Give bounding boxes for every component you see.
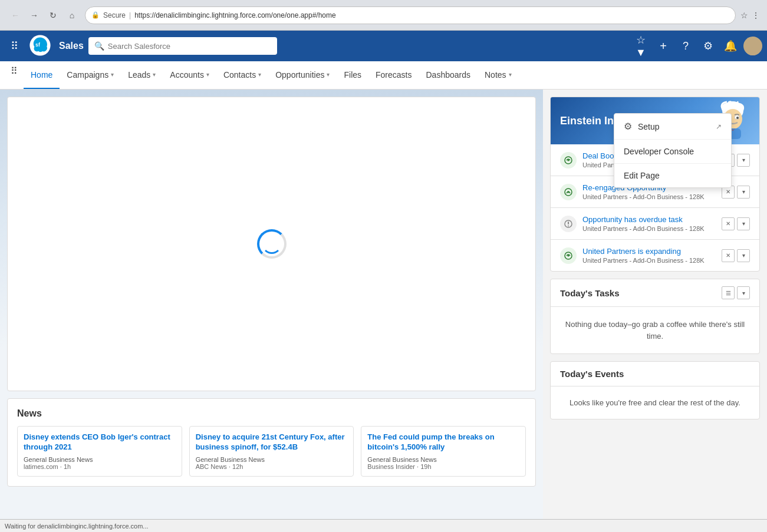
insight-dismiss-2[interactable]: ✕ (722, 217, 735, 230)
favorites-button[interactable]: ☆ ▼ (631, 37, 650, 55)
external-link-icon: ↗ (716, 123, 722, 131)
setup-label: Setup (638, 122, 660, 131)
browser-chrome: ← → ↻ ⌂ 🔒 Secure | https://denaliclimbin… (0, 0, 767, 31)
tasks-filter-button[interactable]: ☰ (722, 286, 735, 299)
nav-item-dashboards[interactable]: Dashboards (419, 61, 478, 89)
notifications-button[interactable]: 🔔 (721, 37, 740, 55)
sf-app: ⠿ sf Sales 🔍 ☆ ▼ + ? ⚙ 🔔 ⠿ Home (0, 31, 767, 532)
svg-rect-17 (568, 225, 569, 226)
news-grid: Disney extends CEO Bob Iger's contract t… (17, 426, 526, 477)
nav-forecasts-label: Forecasts (376, 70, 412, 80)
news-section: News Disney extends CEO Bob Iger's contr… (7, 398, 536, 487)
news-card-2[interactable]: The Fed could pump the breaks on bitcoin… (361, 426, 526, 477)
help-button[interactable]: ? (676, 37, 695, 55)
home-button[interactable]: ⌂ (64, 7, 80, 24)
svg-point-2 (749, 39, 757, 48)
svg-point-9 (736, 117, 739, 119)
add-button[interactable]: + (654, 37, 673, 55)
refresh-button[interactable]: ↻ (45, 7, 61, 24)
sf-logo: sf (28, 34, 52, 59)
nav-notes-label: Notes (485, 70, 506, 80)
events-title: Today's Events (560, 369, 750, 379)
insight-more-0[interactable]: ▾ (737, 154, 750, 167)
insight-icon-0 (560, 152, 577, 168)
url-separator: | (129, 11, 131, 19)
tasks-header: Today's Tasks ☰ ▾ (551, 279, 759, 307)
nav-item-campaigns[interactable]: Campaigns ▾ (60, 61, 121, 89)
insight-sub-1: United Partners - Add-On Business - 128K (582, 193, 716, 200)
gear-menu-setup[interactable]: ⚙ Setup ↗ (614, 114, 731, 140)
apps-grid-button[interactable]: ⠿ (5, 37, 24, 55)
insight-dismiss-3[interactable]: ✕ (722, 249, 735, 262)
gear-menu-developer-console[interactable]: Developer Console (614, 140, 731, 164)
nav-campaigns-label: Campaigns (67, 70, 108, 80)
events-card: Today's Events Looks like you're free an… (550, 361, 760, 419)
news-headline-0: Disney extends CEO Bob Iger's contract t… (24, 432, 176, 452)
news-source-2: General Business News (367, 456, 519, 463)
nav-apps-button[interactable]: ⠿ (5, 61, 24, 80)
insight-item-2: Opportunity has overdue task United Part… (551, 208, 759, 240)
nav-dashboards-label: Dashboards (426, 70, 471, 80)
news-card-0[interactable]: Disney extends CEO Bob Iger's contract t… (17, 426, 182, 477)
nav-item-contacts[interactable]: Contacts ▾ (216, 61, 268, 89)
tasks-title: Today's Tasks (560, 288, 620, 298)
status-text: Waiting for denaliclimbinginc.lightning.… (5, 523, 149, 530)
insight-more-3[interactable]: ▾ (737, 249, 750, 262)
gear-menu-edit-page[interactable]: Edit Page (614, 164, 731, 187)
loading-spinner (257, 229, 287, 259)
app-name-label: Sales (59, 41, 84, 51)
insight-content-3: United Partners is expanding United Part… (582, 247, 716, 264)
search-bar[interactable]: 🔍 (88, 37, 277, 55)
news-publisher-2: Business Insider (367, 463, 415, 470)
nav-item-files[interactable]: Files (337, 61, 368, 89)
address-bar[interactable]: 🔒 Secure | https://denaliclimbinginc.lig… (85, 6, 736, 24)
nav-item-accounts[interactable]: Accounts ▾ (163, 61, 216, 89)
insight-content-2: Opportunity has overdue task United Part… (582, 215, 716, 232)
gear-button[interactable]: ⚙ (699, 37, 717, 55)
svg-point-12 (568, 159, 570, 161)
insight-more-2[interactable]: ▾ (737, 217, 750, 230)
campaigns-chevron-icon: ▾ (111, 71, 114, 78)
accounts-chevron-icon: ▾ (206, 71, 209, 78)
nav-item-leads[interactable]: Leads ▾ (121, 61, 163, 89)
svg-point-19 (568, 255, 570, 256)
insight-more-1[interactable]: ▾ (737, 186, 750, 199)
browser-right-icons: ☆ ⋮ (740, 11, 760, 20)
secure-label: Secure (103, 11, 126, 19)
leads-chevron-icon: ▾ (153, 71, 156, 78)
nav-item-home[interactable]: Home (24, 61, 60, 89)
status-bar: Waiting for denaliclimbinginc.lightning.… (0, 519, 767, 532)
events-body: Looks like you're free and clear the res… (551, 386, 759, 419)
svg-text:sf: sf (35, 42, 40, 48)
left-panel: News Disney extends CEO Bob Iger's contr… (0, 90, 543, 519)
search-input[interactable] (108, 42, 271, 51)
news-time-0: 1h (64, 463, 71, 470)
insight-icon-2 (560, 216, 577, 232)
insight-title-3[interactable]: United Partners is expanding (582, 247, 716, 256)
gear-dropdown-menu: ⚙ Setup ↗ Developer Console Edit Page (614, 113, 732, 188)
tasks-body: Nothing due today–go grab a coffee while… (551, 307, 759, 353)
bookmark-icon[interactable]: ☆ (740, 11, 748, 20)
news-card-1[interactable]: Disney to acquire 21st Century Fox, afte… (189, 426, 354, 477)
nav-accounts-label: Accounts (170, 70, 204, 80)
loading-area (7, 97, 536, 391)
nav-item-forecasts[interactable]: Forecasts (368, 61, 419, 89)
tasks-more-button[interactable]: ▾ (737, 286, 750, 299)
insight-sub-2: United Partners - Add-On Business - 128K (582, 225, 716, 232)
browser-nav-buttons: ← → ↻ ⌂ (7, 7, 80, 24)
forward-button[interactable]: → (26, 7, 42, 24)
more-icon[interactable]: ⋮ (752, 11, 760, 20)
nav-leads-label: Leads (128, 70, 150, 80)
nav-item-notes[interactable]: Notes ▾ (478, 61, 519, 89)
insight-title-2[interactable]: Opportunity has overdue task (582, 215, 716, 224)
nav-item-opportunities[interactable]: Opportunities ▾ (268, 61, 337, 89)
news-source-1: General Business News (196, 456, 348, 463)
insight-item-3: United Partners is expanding United Part… (551, 240, 759, 271)
svg-point-3 (746, 49, 759, 55)
app-nav: ⠿ Home Campaigns ▾ Leads ▾ Accounts ▾ Co… (0, 61, 767, 90)
news-meta-0: General Business News latimes.com · 1h (24, 456, 176, 470)
top-nav: ⠿ sf Sales 🔍 ☆ ▼ + ? ⚙ 🔔 (0, 31, 767, 61)
user-avatar[interactable] (743, 37, 762, 55)
insight-icon-3 (560, 247, 577, 264)
back-button[interactable]: ← (7, 7, 24, 24)
